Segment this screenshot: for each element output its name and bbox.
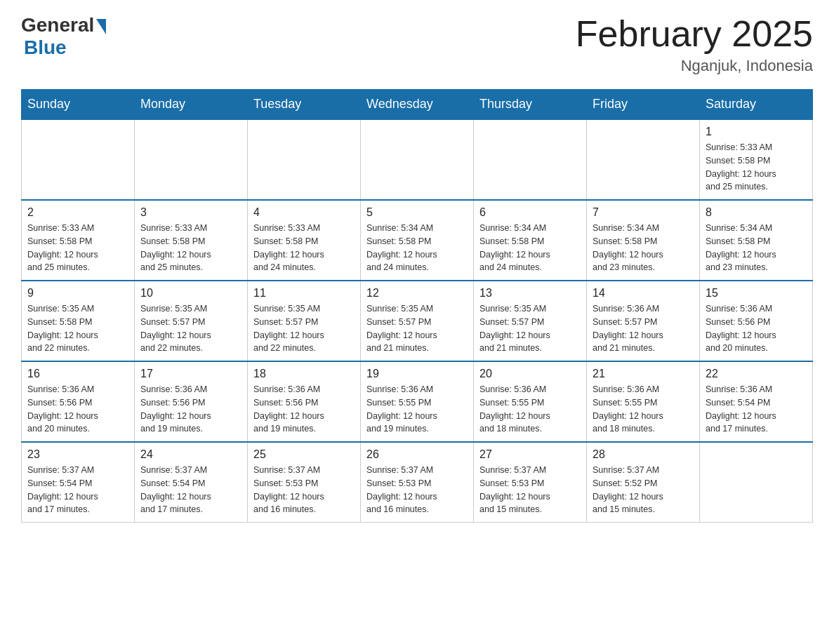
calendar-day-cell: 7Sunrise: 5:34 AM Sunset: 5:58 PM Daylig… <box>587 200 700 281</box>
day-info: Sunrise: 5:37 AM Sunset: 5:52 PM Dayligh… <box>593 464 694 516</box>
page-header: General Blue February 2025 Nganjuk, Indo… <box>21 14 813 75</box>
calendar-day-cell <box>22 119 135 200</box>
day-info: Sunrise: 5:33 AM Sunset: 5:58 PM Dayligh… <box>140 222 241 274</box>
calendar-day-header: Sunday <box>22 90 135 120</box>
calendar-day-cell <box>361 119 474 200</box>
day-info: Sunrise: 5:35 AM Sunset: 5:58 PM Dayligh… <box>27 302 128 355</box>
calendar-day-cell: 26Sunrise: 5:37 AM Sunset: 5:53 PM Dayli… <box>361 442 474 523</box>
calendar-week-row: 9Sunrise: 5:35 AM Sunset: 5:58 PM Daylig… <box>22 281 813 361</box>
calendar-day-cell: 24Sunrise: 5:37 AM Sunset: 5:54 PM Dayli… <box>135 442 248 523</box>
calendar-day-cell: 5Sunrise: 5:34 AM Sunset: 5:58 PM Daylig… <box>361 200 474 281</box>
calendar-day-header: Thursday <box>474 90 587 120</box>
calendar-day-cell <box>135 119 248 200</box>
calendar-day-header: Friday <box>587 90 700 120</box>
day-number: 8 <box>706 206 807 219</box>
logo-general-text: General <box>21 14 94 36</box>
day-info: Sunrise: 5:36 AM Sunset: 5:54 PM Dayligh… <box>706 383 807 436</box>
day-number: 6 <box>479 206 581 219</box>
calendar-day-cell: 12Sunrise: 5:35 AM Sunset: 5:57 PM Dayli… <box>361 281 474 361</box>
calendar-day-cell <box>474 119 587 200</box>
day-number: 24 <box>140 448 241 461</box>
calendar-day-cell: 2Sunrise: 5:33 AM Sunset: 5:58 PM Daylig… <box>22 200 135 281</box>
calendar-day-cell <box>587 119 700 200</box>
day-info: Sunrise: 5:33 AM Sunset: 5:58 PM Dayligh… <box>27 222 128 274</box>
logo-arrow-icon <box>96 19 106 34</box>
day-info: Sunrise: 5:34 AM Sunset: 5:58 PM Dayligh… <box>706 222 807 274</box>
calendar-day-cell: 22Sunrise: 5:36 AM Sunset: 5:54 PM Dayli… <box>700 361 813 442</box>
calendar-day-cell: 9Sunrise: 5:35 AM Sunset: 5:58 PM Daylig… <box>22 281 135 361</box>
day-number: 10 <box>140 287 241 300</box>
calendar-day-cell: 17Sunrise: 5:36 AM Sunset: 5:56 PM Dayli… <box>135 361 248 442</box>
title-section: February 2025 Nganjuk, Indonesia <box>576 14 813 75</box>
day-number: 13 <box>479 287 581 300</box>
day-number: 25 <box>253 448 355 461</box>
calendar-day-cell: 8Sunrise: 5:34 AM Sunset: 5:58 PM Daylig… <box>700 200 813 281</box>
day-info: Sunrise: 5:36 AM Sunset: 5:55 PM Dayligh… <box>593 383 694 436</box>
day-info: Sunrise: 5:37 AM Sunset: 5:53 PM Dayligh… <box>479 464 581 516</box>
calendar-day-cell: 4Sunrise: 5:33 AM Sunset: 5:58 PM Daylig… <box>248 200 361 281</box>
day-info: Sunrise: 5:37 AM Sunset: 5:53 PM Dayligh… <box>253 464 355 516</box>
calendar-day-cell: 15Sunrise: 5:36 AM Sunset: 5:56 PM Dayli… <box>700 281 813 361</box>
day-number: 23 <box>27 448 128 461</box>
calendar-day-cell: 6Sunrise: 5:34 AM Sunset: 5:58 PM Daylig… <box>474 200 587 281</box>
month-title: February 2025 <box>576 14 813 54</box>
day-info: Sunrise: 5:36 AM Sunset: 5:56 PM Dayligh… <box>27 383 128 436</box>
calendar-day-cell: 21Sunrise: 5:36 AM Sunset: 5:55 PM Dayli… <box>587 361 700 442</box>
day-number: 1 <box>706 126 807 138</box>
calendar-day-cell: 10Sunrise: 5:35 AM Sunset: 5:57 PM Dayli… <box>135 281 248 361</box>
day-number: 16 <box>27 368 128 380</box>
calendar-week-row: 16Sunrise: 5:36 AM Sunset: 5:56 PM Dayli… <box>22 361 813 442</box>
day-number: 18 <box>253 368 355 380</box>
day-info: Sunrise: 5:34 AM Sunset: 5:58 PM Dayligh… <box>366 222 468 274</box>
calendar-day-cell: 3Sunrise: 5:33 AM Sunset: 5:58 PM Daylig… <box>135 200 248 281</box>
logo: General Blue <box>21 14 106 59</box>
location-text: Nganjuk, Indonesia <box>576 57 813 75</box>
day-info: Sunrise: 5:37 AM Sunset: 5:54 PM Dayligh… <box>27 464 128 516</box>
day-info: Sunrise: 5:34 AM Sunset: 5:58 PM Dayligh… <box>479 222 581 274</box>
day-number: 20 <box>479 368 581 380</box>
calendar-day-cell: 13Sunrise: 5:35 AM Sunset: 5:57 PM Dayli… <box>474 281 587 361</box>
calendar-week-row: 2Sunrise: 5:33 AM Sunset: 5:58 PM Daylig… <box>22 200 813 281</box>
day-number: 3 <box>140 206 241 219</box>
calendar-week-row: 23Sunrise: 5:37 AM Sunset: 5:54 PM Dayli… <box>22 442 813 523</box>
day-info: Sunrise: 5:37 AM Sunset: 5:54 PM Dayligh… <box>140 464 241 516</box>
day-info: Sunrise: 5:36 AM Sunset: 5:57 PM Dayligh… <box>593 302 694 355</box>
day-number: 14 <box>593 287 694 300</box>
day-number: 7 <box>593 206 694 219</box>
day-info: Sunrise: 5:36 AM Sunset: 5:56 PM Dayligh… <box>706 302 807 355</box>
calendar-day-cell: 25Sunrise: 5:37 AM Sunset: 5:53 PM Dayli… <box>248 442 361 523</box>
calendar-day-cell: 19Sunrise: 5:36 AM Sunset: 5:55 PM Dayli… <box>361 361 474 442</box>
calendar-day-cell: 20Sunrise: 5:36 AM Sunset: 5:55 PM Dayli… <box>474 361 587 442</box>
calendar-day-cell: 18Sunrise: 5:36 AM Sunset: 5:56 PM Dayli… <box>248 361 361 442</box>
day-info: Sunrise: 5:35 AM Sunset: 5:57 PM Dayligh… <box>253 302 355 355</box>
calendar-day-cell: 14Sunrise: 5:36 AM Sunset: 5:57 PM Dayli… <box>587 281 700 361</box>
day-number: 2 <box>27 206 128 219</box>
day-info: Sunrise: 5:35 AM Sunset: 5:57 PM Dayligh… <box>140 302 241 355</box>
day-number: 19 <box>366 368 468 380</box>
day-info: Sunrise: 5:36 AM Sunset: 5:55 PM Dayligh… <box>366 383 468 436</box>
day-info: Sunrise: 5:34 AM Sunset: 5:58 PM Dayligh… <box>593 222 694 274</box>
day-number: 4 <box>253 206 355 219</box>
calendar-table: SundayMondayTuesdayWednesdayThursdayFrid… <box>21 89 813 523</box>
calendar-day-cell: 1Sunrise: 5:33 AM Sunset: 5:58 PM Daylig… <box>700 119 813 200</box>
day-info: Sunrise: 5:36 AM Sunset: 5:55 PM Dayligh… <box>479 383 581 436</box>
day-number: 9 <box>27 287 128 300</box>
calendar-day-header: Monday <box>135 90 248 120</box>
day-info: Sunrise: 5:35 AM Sunset: 5:57 PM Dayligh… <box>479 302 581 355</box>
calendar-day-cell <box>700 442 813 523</box>
logo-blue-text: Blue <box>24 36 67 59</box>
day-info: Sunrise: 5:35 AM Sunset: 5:57 PM Dayligh… <box>366 302 468 355</box>
calendar-day-cell <box>248 119 361 200</box>
calendar-day-cell: 27Sunrise: 5:37 AM Sunset: 5:53 PM Dayli… <box>474 442 587 523</box>
day-number: 15 <box>706 287 807 300</box>
day-info: Sunrise: 5:33 AM Sunset: 5:58 PM Dayligh… <box>253 222 355 274</box>
calendar-header-row: SundayMondayTuesdayWednesdayThursdayFrid… <box>22 90 813 120</box>
day-number: 28 <box>593 448 694 461</box>
day-number: 22 <box>706 368 807 380</box>
day-info: Sunrise: 5:33 AM Sunset: 5:58 PM Dayligh… <box>706 141 807 194</box>
calendar-day-cell: 11Sunrise: 5:35 AM Sunset: 5:57 PM Dayli… <box>248 281 361 361</box>
calendar-week-row: 1Sunrise: 5:33 AM Sunset: 5:58 PM Daylig… <box>22 119 813 200</box>
day-number: 26 <box>366 448 468 461</box>
day-number: 21 <box>593 368 694 380</box>
calendar-day-header: Tuesday <box>248 90 361 120</box>
